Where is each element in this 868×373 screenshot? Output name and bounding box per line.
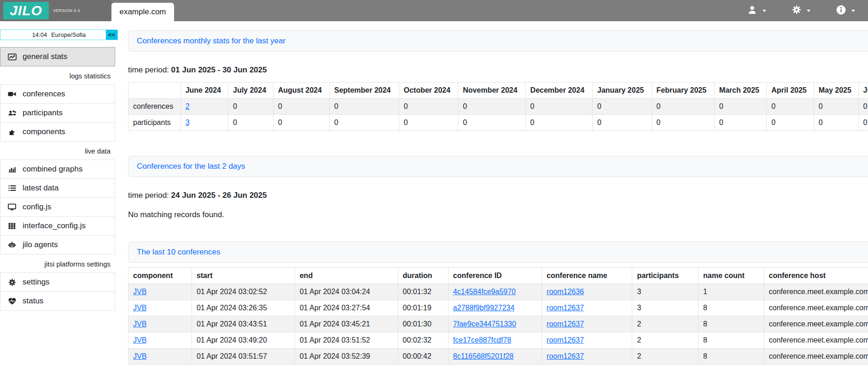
sidebar-item-label: combined graphs: [23, 165, 82, 174]
user-menu[interactable]: [747, 5, 766, 17]
cell-duration: 00:02:32: [398, 332, 448, 349]
cell-duration: 00:01:19: [398, 300, 448, 316]
conference-id-link[interactable]: 8c116568f5201f28: [453, 352, 513, 360]
participants-count-link[interactable]: 3: [186, 118, 190, 126]
component-link[interactable]: JVB: [133, 288, 146, 296]
column-header: October 2024: [399, 83, 458, 99]
column-header: start: [192, 268, 295, 284]
cell: 0: [652, 99, 714, 115]
conference-name-link[interactable]: room12637: [547, 304, 584, 312]
sidebar-section-live-data: live data: [0, 142, 115, 160]
column-header: November 2024: [458, 83, 525, 99]
cell-participants: 2: [632, 332, 699, 349]
cell-component: JVB: [128, 284, 192, 300]
sidebar-item-label: latest data: [23, 184, 58, 193]
conference-name-link[interactable]: room12637: [547, 352, 584, 360]
cell-host: conference.meet.example.com: [764, 349, 868, 365]
component-link[interactable]: JVB: [133, 304, 146, 312]
sidebar-item-participants[interactable]: participants: [0, 103, 115, 123]
cell: 0: [399, 115, 458, 131]
sidebar-item-settings[interactable]: settings: [0, 272, 115, 292]
monthly-stats-table: June 2024 July 2024 August 2024 Septembe…: [128, 82, 868, 131]
column-header: conference host: [764, 268, 868, 284]
row-label: participants: [128, 115, 181, 131]
sidebar-item-status[interactable]: status: [0, 291, 115, 311]
component-link[interactable]: JVB: [133, 320, 146, 328]
table-row: JVB 01 Apr 2024 03:43:51 01 Apr 2024 03:…: [128, 316, 868, 332]
info-icon: [836, 5, 846, 17]
time-period-value: 24 Jun 2025 - 26 Jun 2025: [171, 191, 267, 200]
cell: 0: [329, 115, 399, 131]
cell: 0: [767, 99, 814, 115]
no-records-message: No matching records found.: [128, 210, 868, 219]
cell: 0: [767, 115, 814, 131]
list-icon: [7, 185, 17, 191]
cell: 2: [181, 99, 228, 115]
table-row: JVB 01 Apr 2024 03:02:52 01 Apr 2024 03:…: [128, 284, 868, 300]
conference-name-link[interactable]: room12637: [547, 320, 584, 328]
column-header: end: [295, 268, 398, 284]
cell-conference-name: room12637: [542, 332, 632, 349]
main-content: Conferences monthly stats for the last y…: [128, 21, 868, 365]
conference-name-link[interactable]: room12637: [547, 336, 584, 344]
last-ten-title[interactable]: The last 10 conferences: [137, 248, 220, 257]
conference-id-link[interactable]: fce17ce887fcdf78: [453, 336, 511, 344]
sidebar-item-interface-config-js[interactable]: interface_config.js: [0, 216, 115, 236]
gear-icon: [7, 278, 17, 286]
column-header: February 2025: [652, 83, 714, 99]
cell-component: JVB: [128, 349, 192, 365]
cell-end: 01 Apr 2024 03:45:21: [295, 316, 398, 332]
chart-line-icon: [7, 53, 17, 61]
cell-duration: 00:01:30: [398, 316, 448, 332]
sidebar-item-combined-graphs[interactable]: combined graphs: [0, 160, 115, 179]
conference-id-link[interactable]: 7fae9ce344751330: [453, 320, 516, 328]
info-menu[interactable]: [836, 5, 855, 17]
sidebar-item-components[interactable]: components: [0, 122, 115, 142]
last-two-days-title[interactable]: Conferences for the last 2 days: [137, 162, 245, 171]
monthly-stats-title[interactable]: Conferences monthly stats for the last y…: [137, 36, 285, 46]
cell-start: 01 Apr 2024 03:43:51: [192, 316, 295, 332]
cell-conference-id: fce17ce887fcdf78: [448, 332, 542, 349]
tab-example-com[interactable]: example.com: [111, 3, 174, 21]
sidebar-item-jilo-agents[interactable]: jilo agents: [0, 235, 115, 255]
column-header: name count: [699, 268, 764, 284]
sidebar-section-logs-statistics: logs statistics: [0, 66, 115, 85]
cell-conference-name: room12637: [542, 349, 632, 365]
table-row: participants 3 0 0 0 0 0 0 0 0 0 0 0 0: [128, 115, 868, 131]
column-header: May 2025: [814, 83, 858, 99]
cell: 0: [593, 115, 652, 131]
conference-id-link[interactable]: a2788f9bf9927234: [453, 304, 514, 312]
component-link[interactable]: JVB: [133, 336, 146, 344]
cell-name-count: 8: [699, 316, 764, 332]
row-label-header: [128, 83, 181, 99]
sidebar-item-conferences[interactable]: conferences: [0, 84, 115, 104]
sidebar-item-label: components: [23, 127, 65, 136]
cell: 0: [858, 115, 868, 131]
sidebar-item-label: settings: [23, 278, 50, 287]
user-icon: [747, 5, 757, 17]
component-link[interactable]: JVB: [133, 352, 146, 360]
sidebar-item-latest-data[interactable]: latest data: [0, 178, 115, 198]
conference-id-link[interactable]: 4c14584fce9a5970: [453, 288, 516, 296]
cell-end: 01 Apr 2024 03:52:39: [295, 349, 398, 365]
sidebar-item-config-js[interactable]: config.js: [0, 197, 115, 217]
column-header: component: [128, 268, 192, 284]
chevron-down-icon: [851, 10, 855, 12]
sidebar-item-label: general stats: [23, 52, 67, 61]
column-header: July 2024: [228, 83, 273, 99]
sidebar-item-label: status: [23, 296, 43, 306]
sidebar-item-general-stats[interactable]: general stats: [0, 47, 115, 66]
settings-menu[interactable]: [792, 5, 810, 16]
cell: 0: [714, 115, 767, 131]
robot-icon: [7, 241, 17, 249]
last-ten-card-header: The last 10 conferences: [128, 242, 868, 263]
conference-name-link[interactable]: room12636: [547, 288, 584, 296]
users-icon: [7, 109, 17, 117]
sidebar-collapse-button[interactable]: <<: [106, 30, 117, 40]
cell: 0: [814, 99, 858, 115]
cell-conference-name: room12637: [542, 316, 632, 332]
conferences-count-link[interactable]: 2: [186, 102, 190, 110]
column-header: March 2025: [714, 83, 767, 99]
cell-conference-id: 8c116568f5201f28: [448, 349, 542, 365]
column-header: conference name: [542, 268, 632, 284]
